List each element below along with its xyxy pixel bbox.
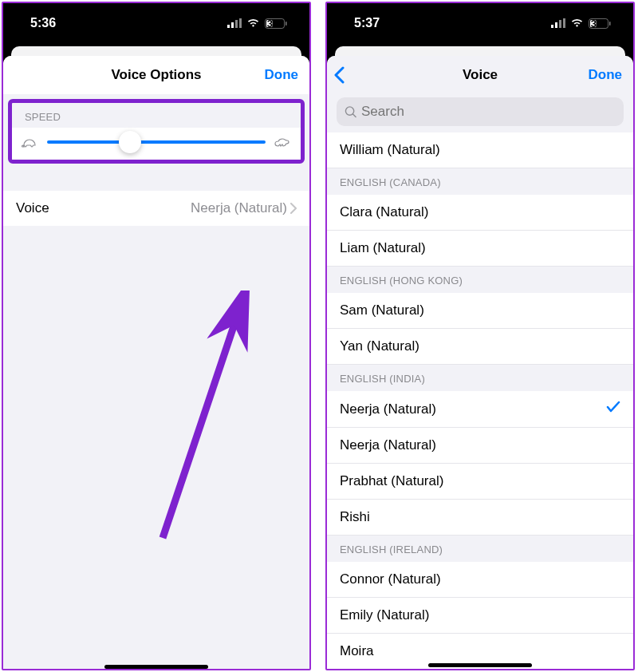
svg-rect-8 — [551, 25, 553, 28]
home-indicator — [428, 663, 532, 667]
search-icon — [345, 105, 356, 118]
checkmark-icon — [606, 401, 620, 417]
voice-option-label: Clara (Natural) — [340, 204, 428, 220]
voice-option[interactable]: William (Natural) — [327, 132, 633, 168]
voice-option[interactable]: Clara (Natural) — [327, 195, 633, 231]
voice-option-label: Rishi — [340, 509, 370, 525]
status-time: 5:37 — [354, 16, 380, 30]
battery-icon: 33 — [589, 18, 611, 29]
voice-row-value: Neerja (Natural) — [191, 200, 297, 216]
voice-list: William (Natural)ENGLISH (CANADA)Clara (… — [327, 132, 633, 669]
status-bar: 5:37 33 — [327, 3, 633, 43]
battery-icon: 33 — [265, 18, 287, 29]
content: William (Natural)ENGLISH (CANADA)Clara (… — [327, 97, 633, 669]
speed-slider[interactable] — [47, 140, 266, 144]
speed-header: SPEED — [12, 105, 301, 128]
voice-option-label: Neerja (Natural) — [340, 401, 436, 417]
wifi-icon — [570, 18, 584, 28]
voice-option[interactable]: Sam (Natural) — [327, 293, 633, 329]
hare-icon — [274, 136, 291, 148]
done-button[interactable]: Done — [265, 67, 299, 83]
phone-right: 5:37 33 Voice Done — [325, 2, 635, 670]
nav-bar: Voice Options Done — [3, 56, 309, 94]
voice-option[interactable]: Liam (Natural) — [327, 231, 633, 267]
wifi-icon — [246, 18, 260, 28]
sheet: Voice Options Done SPEED — [3, 56, 309, 669]
voice-option-label: Connor (Natural) — [340, 571, 441, 587]
svg-rect-6 — [286, 22, 287, 26]
svg-rect-3 — [239, 18, 242, 28]
nav-bar: Voice Done — [327, 56, 633, 94]
nav-title: Voice Options — [111, 67, 201, 83]
svg-line-7 — [163, 305, 241, 538]
nav-title: Voice — [463, 67, 498, 83]
done-button[interactable]: Done — [589, 67, 623, 83]
voice-option-label: Neerja (Natural) — [340, 437, 436, 453]
search-bar[interactable] — [337, 97, 624, 126]
voice-option-label: Sam (Natural) — [340, 302, 424, 318]
battery-percent: 33 — [591, 18, 602, 30]
voice-option-label: Emily (Natural) — [340, 607, 429, 623]
battery-percent: 33 — [267, 18, 278, 30]
chevron-left-icon — [333, 66, 345, 84]
group-header: ENGLISH (CANADA) — [327, 168, 633, 195]
cellular-icon — [227, 18, 242, 28]
svg-rect-9 — [555, 22, 557, 28]
back-button[interactable] — [333, 66, 345, 84]
voice-option[interactable]: Neerja (Natural) — [327, 428, 633, 464]
voice-option-label: William (Natural) — [340, 142, 440, 158]
svg-rect-10 — [559, 20, 561, 28]
chevron-right-icon — [290, 203, 297, 214]
voice-row[interactable]: Voice Neerja (Natural) — [3, 191, 309, 226]
voice-option[interactable]: Emily (Natural) — [327, 598, 633, 634]
voice-option-label: Yan (Natural) — [340, 338, 419, 354]
voice-option[interactable]: Connor (Natural) — [327, 562, 633, 598]
svg-rect-1 — [231, 22, 234, 28]
phone-left: 5:36 33 Voice Options Done SPEED — [2, 2, 311, 670]
voice-option[interactable]: Rishi — [327, 500, 633, 536]
voice-option[interactable]: Neerja (Natural) — [327, 391, 633, 428]
svg-line-16 — [352, 114, 356, 117]
voice-option-label: Liam (Natural) — [340, 240, 426, 256]
voice-option-label: Prabhat (Natural) — [340, 473, 443, 489]
home-indicator — [104, 665, 208, 669]
tortoise-icon — [22, 136, 39, 148]
group-header: ENGLISH (INDIA) — [327, 365, 633, 391]
svg-rect-0 — [227, 25, 230, 28]
svg-rect-14 — [609, 22, 611, 26]
content: SPEED Voice Nee — [3, 99, 309, 669]
slider-thumb[interactable] — [119, 131, 141, 153]
voice-row-label: Voice — [16, 200, 49, 216]
sheet: Voice Done William (Natural)ENGLISH (CAN… — [327, 56, 633, 669]
annotation-arrow — [115, 291, 274, 546]
svg-rect-2 — [235, 20, 238, 28]
svg-rect-11 — [563, 18, 565, 28]
speed-control — [12, 128, 301, 160]
speed-section-highlight: SPEED — [8, 99, 305, 164]
search-input[interactable] — [361, 104, 616, 120]
voice-option[interactable]: Prabhat (Natural) — [327, 464, 633, 500]
status-time: 5:36 — [30, 16, 56, 30]
voice-option[interactable]: Yan (Natural) — [327, 329, 633, 365]
status-right: 33 — [227, 18, 287, 29]
status-bar: 5:36 33 — [3, 3, 309, 43]
cellular-icon — [551, 18, 565, 28]
group-header: ENGLISH (IRELAND) — [327, 536, 633, 562]
voice-option-label: Moira — [340, 643, 374, 659]
status-right: 33 — [551, 18, 611, 29]
group-header: ENGLISH (HONG KONG) — [327, 267, 633, 293]
